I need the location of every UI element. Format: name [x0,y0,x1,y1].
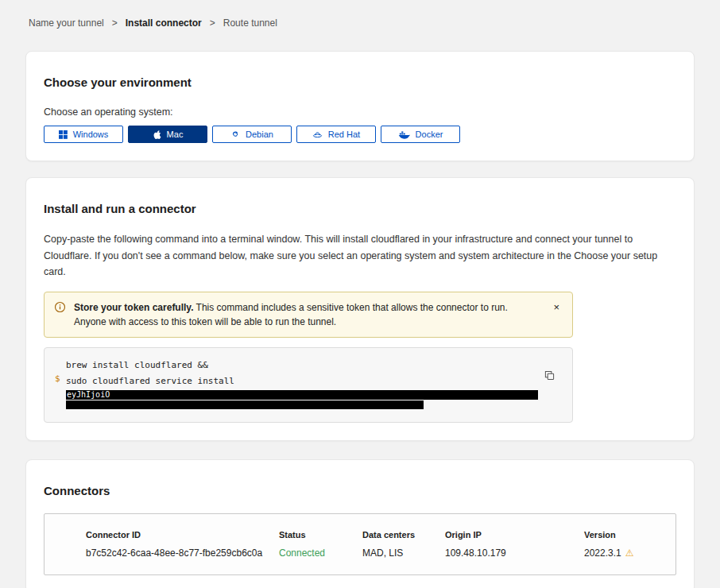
breadcrumb-step-name-your-tunnel[interactable]: Name your tunnel [29,17,104,29]
os-button-group: Windows Mac Debian Red Hat Docker [44,126,676,143]
terminal-prompt: $ [55,373,60,384]
install-command-codeblock: $ brew install cloudflared && sudo cloud… [44,347,573,423]
os-select-label: Choose an operating system: [44,106,676,118]
windows-icon [59,130,68,139]
docker-icon [398,130,410,139]
breadcrumb-separator: > [112,17,118,29]
close-icon[interactable]: × [550,300,563,314]
origin-ip-cell: 109.48.10.179 [445,547,584,559]
os-button-label: Debian [246,130,273,139]
connectors-card-title: Connectors [44,484,676,497]
connector-id-cell: b7c52c42-6caa-48ee-8c77-fbe259cb6c0a [86,547,279,559]
data-centers-cell: MAD, LIS [362,547,445,559]
status-badge: Connected [279,547,362,559]
header-data-centers: Data centers [362,530,445,540]
token-warning-lead: Store your token carefully. [74,302,194,313]
install-card: Install and run a connector Copy-paste t… [25,177,695,441]
environment-card: Choose your environment Choose an operat… [25,51,695,161]
os-button-label: Red Hat [328,130,360,139]
os-button-label: Windows [73,130,109,139]
token-warning-text: Store your token carefully. This command… [74,300,537,329]
redhat-icon [312,130,323,139]
copy-icon[interactable] [543,369,556,385]
table-row: b7c52c42-6caa-48ee-8c77-fbe259cb6c0a Con… [86,547,668,559]
version-warning-icon[interactable]: ⚠ [625,547,634,559]
version-cell: 2022.3.1 ⚠ [584,547,668,559]
token-prefix: eyJhIjoiO [67,390,110,399]
connectors-table: Connector ID Status Data centers Origin … [44,513,676,575]
header-connector-id: Connector ID [86,530,279,540]
header-origin-ip: Origin IP [445,530,584,540]
command-line-2: sudo cloudflared service install [66,373,537,389]
info-icon [54,301,66,317]
breadcrumb-separator: > [210,17,215,29]
breadcrumb: Name your tunnel > Install connector > R… [0,0,720,29]
apple-icon [153,130,161,140]
os-button-docker[interactable]: Docker [381,126,460,143]
header-status: Status [279,530,362,540]
install-description: Copy-paste the following command into a … [44,231,676,280]
os-button-windows[interactable]: Windows [44,126,123,143]
command-line-1: brew install cloudflared && [66,358,537,373]
header-version: Version [584,530,668,540]
os-button-mac[interactable]: Mac [128,126,207,143]
install-card-title: Install and run a connector [44,202,676,215]
connectors-table-header: Connector ID Status Data centers Origin … [86,530,668,540]
version-value: 2022.3.1 [584,547,621,559]
os-button-debian[interactable]: Debian [212,126,292,143]
os-button-redhat[interactable]: Red Hat [296,126,376,143]
debian-icon [230,130,240,139]
breadcrumb-step-install-connector[interactable]: Install connector [126,17,202,29]
token-warning-banner: Store your token carefully. This command… [44,292,573,338]
environment-card-title: Choose your environment [44,75,676,89]
breadcrumb-step-route-tunnel[interactable]: Route tunnel [223,17,277,29]
os-button-label: Docker [416,130,443,139]
connectors-card: Connectors Connector ID Status Data cent… [25,459,695,588]
os-button-label: Mac [167,130,184,139]
token-redacted-line: eyJhIjoiO [66,390,538,400]
token-redaction-bar [66,400,424,409]
